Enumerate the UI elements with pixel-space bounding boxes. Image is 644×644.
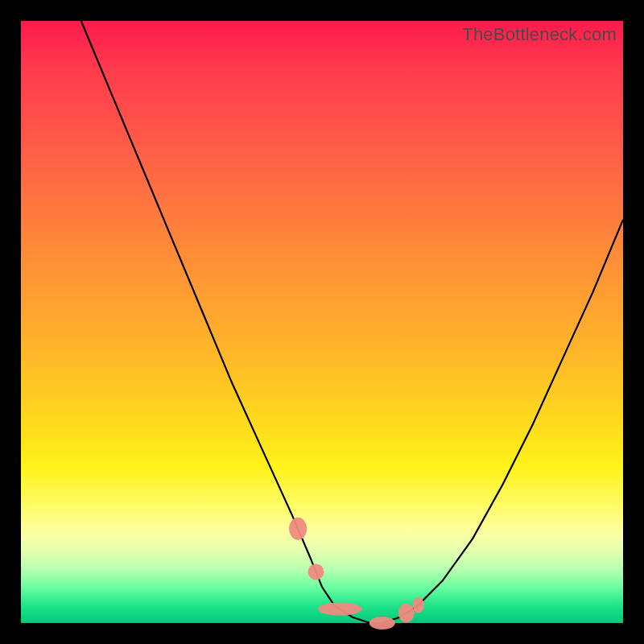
valley-marker <box>308 564 324 580</box>
valley-marker <box>398 604 415 623</box>
bottleneck-curve-line <box>81 21 623 623</box>
curve-path <box>81 21 623 623</box>
watermark-text: TheBottleneck.com <box>462 24 617 45</box>
valley-marker <box>369 617 395 630</box>
valley-marker <box>289 518 307 540</box>
chart-svg <box>21 21 623 623</box>
chart-frame: TheBottleneck.com <box>21 21 623 623</box>
minimum-marker-band <box>289 518 424 630</box>
valley-marker <box>318 603 362 616</box>
valley-marker <box>413 597 424 613</box>
